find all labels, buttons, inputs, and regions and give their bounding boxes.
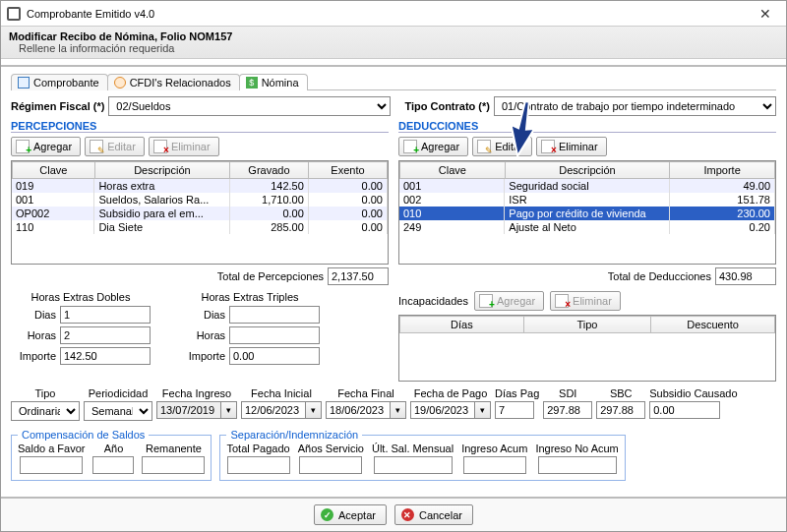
perc-total-value (328, 267, 389, 285)
tipo-contrato-label: Tipo Contrato (*) (404, 100, 490, 112)
ingreso-acum-input[interactable] (463, 456, 526, 474)
col-tipo[interactable]: Tipo (523, 317, 651, 333)
fecha-pago-input[interactable] (410, 401, 475, 419)
perc-editar-button[interactable]: Editar (85, 137, 145, 156)
periodicidad-select[interactable]: Semanal (84, 401, 152, 421)
perc-agregar-button[interactable]: Agregar (11, 137, 81, 156)
edit-icon (90, 140, 103, 153)
ded-eliminar-button[interactable]: Eliminar (536, 137, 607, 156)
ingreso-no-acum-input[interactable] (538, 456, 617, 474)
percepciones-panel: PERCEPCIONES Agregar Editar Eliminar Cla… (11, 120, 389, 382)
ano-input[interactable] (92, 456, 134, 474)
cancelar-button[interactable]: ✕Cancelar (394, 504, 473, 525)
ded-agregar-button[interactable]: Agregar (398, 137, 468, 156)
close-button[interactable]: ✕ (751, 6, 780, 22)
add-icon (16, 140, 30, 153)
table-row[interactable]: 110Dia Siete285.000.00 (12, 220, 388, 234)
sdi-input[interactable] (543, 401, 592, 419)
dobles-horas-input[interactable] (60, 326, 151, 344)
edit-icon (477, 140, 491, 153)
delete-icon (555, 294, 569, 308)
fecha-final-input[interactable] (326, 401, 391, 419)
header-title: Modificar Recibo de Nómina, Folio NOM157 (9, 30, 778, 42)
col-exento[interactable]: Exento (308, 162, 387, 179)
col-dias[interactable]: Días (400, 317, 524, 333)
window-title: Comprobante Emitido v4.0 (27, 8, 154, 20)
total-pagado-input[interactable] (227, 456, 290, 474)
fecha-inicial-input[interactable] (241, 401, 306, 419)
table-row[interactable]: 001Sueldos, Salarios Ra...1,710.000.00 (12, 193, 388, 207)
table-row[interactable]: OP002Subsidio para el em...0.000.00 (12, 207, 388, 220)
ded-editar-button[interactable]: Editar (472, 137, 532, 156)
tab-comprobante[interactable]: Comprobante (11, 74, 108, 90)
col-descuento[interactable]: Descuento (651, 317, 775, 333)
table-row[interactable]: 249Ajuste al Neto0.20 (399, 220, 775, 234)
deducciones-title: DEDUCCIONES (398, 120, 776, 133)
header-subtitle: Rellene la información requerida (9, 42, 778, 54)
triples-horas-input[interactable] (229, 326, 320, 344)
table-row[interactable]: 019Horas extra142.500.00 (12, 179, 388, 193)
horas-triples-label: Horas Extras Triples (180, 291, 320, 303)
date-picker-button[interactable]: ▾ (221, 401, 237, 419)
dobles-dias-input[interactable] (60, 306, 151, 324)
incap-agregar-button[interactable]: Agregar (474, 291, 544, 311)
incap-eliminar-button[interactable]: Eliminar (550, 291, 621, 311)
dobles-importe-input[interactable] (60, 347, 151, 365)
horas-dobles-label: Horas Extras Dobles (11, 291, 151, 303)
money-icon: $ (246, 77, 258, 89)
x-icon: ✕ (401, 508, 414, 521)
doc-icon (18, 77, 30, 89)
link-icon (114, 77, 126, 89)
tipo-select[interactable]: Ordinaria (11, 401, 80, 421)
date-picker-button[interactable]: ▾ (391, 401, 406, 419)
percepciones-title: PERCEPCIONES (11, 120, 389, 133)
titlebar: Comprobante Emitido v4.0 ✕ (1, 1, 786, 27)
fecha-ingreso-input (156, 401, 221, 419)
tabs: Comprobante CFDI's Relacionados $Nómina (11, 73, 776, 90)
col-descripcion[interactable]: Descripción (505, 162, 670, 179)
triples-importe-input[interactable] (229, 347, 320, 365)
aceptar-button[interactable]: ✓Aceptar (314, 504, 387, 525)
tab-nomina[interactable]: $Nómina (239, 74, 308, 90)
anos-servicio-input[interactable] (299, 456, 362, 474)
perc-total-label: Total de Percepciones (217, 270, 324, 282)
incapacidades-label: Incapacidades (398, 295, 468, 307)
date-picker-button[interactable]: ▾ (306, 401, 322, 419)
remanente-input[interactable] (142, 456, 205, 474)
perc-eliminar-button[interactable]: Eliminar (149, 137, 219, 156)
col-clave[interactable]: Clave (400, 162, 506, 179)
table-row[interactable]: 002ISR151.78 (399, 193, 775, 207)
date-picker-button[interactable]: ▾ (475, 401, 491, 419)
add-icon (403, 140, 417, 153)
sbc-input[interactable] (596, 401, 645, 419)
deducciones-grid[interactable]: Clave Descripción Importe 001Seguridad s… (398, 160, 776, 265)
subsidio-input[interactable] (649, 401, 720, 419)
delete-icon (541, 140, 555, 153)
app-icon (7, 7, 21, 21)
tab-cfdi-relacionados[interactable]: CFDI's Relacionados (107, 74, 240, 90)
add-icon (479, 294, 493, 308)
ded-total-value (715, 267, 776, 285)
check-icon: ✓ (321, 508, 333, 521)
regimen-fiscal-label: Régimen Fiscal (*) (11, 100, 104, 112)
incapacidades-grid[interactable]: Días Tipo Descuento (398, 315, 776, 382)
tipo-contrato-select[interactable]: 01/Contrato de trabajo por tiempo indete… (494, 96, 776, 116)
col-clave[interactable]: Clave (13, 162, 95, 179)
col-importe[interactable]: Importe (670, 162, 775, 179)
footer: ✓Aceptar ✕Cancelar (1, 497, 786, 531)
col-descripcion[interactable]: Descripción (94, 162, 229, 179)
ult-sal-mensual-input[interactable] (374, 456, 453, 474)
separacion-fieldset: Separación/Indemnización Total Pagado Añ… (219, 429, 625, 481)
regimen-fiscal-select[interactable]: 02/Sueldos (108, 96, 391, 116)
header: Modificar Recibo de Nómina, Folio NOM157… (1, 27, 786, 59)
compensacion-fieldset: Compensación de Saldos Saldo a Favor Año… (11, 429, 212, 481)
col-gravado[interactable]: Gravado (229, 162, 308, 179)
dias-pag-input[interactable] (495, 401, 534, 419)
percepciones-grid[interactable]: Clave Descripción Gravado Exento 019Hora… (11, 160, 389, 265)
triples-dias-input[interactable] (229, 306, 320, 324)
ded-total-label: Total de Deducciones (608, 270, 711, 282)
delete-icon (153, 140, 167, 153)
saldo-favor-input[interactable] (20, 456, 83, 474)
table-row[interactable]: 001Seguridad social49.00 (399, 179, 775, 193)
table-row-selected[interactable]: 010Pago por crédito de vivienda230.00 (399, 207, 775, 220)
